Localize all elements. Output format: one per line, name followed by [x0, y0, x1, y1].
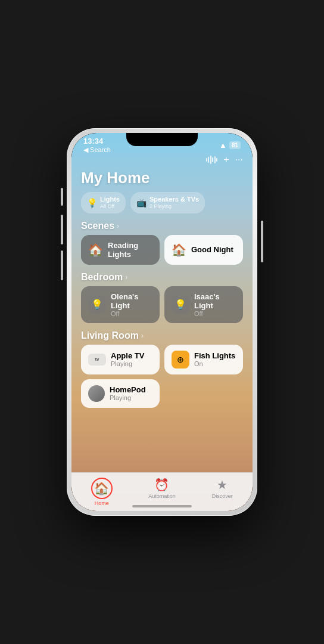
- power-button[interactable]: [261, 221, 263, 262]
- homepod-name: HomePod: [110, 385, 146, 394]
- notch: [126, 133, 198, 146]
- home-tab-label: Home: [95, 500, 109, 506]
- phone-frame: 13:34 ◀ Search ▲ 81: [67, 128, 257, 516]
- tab-automation[interactable]: ⏰ Automation: [132, 478, 192, 499]
- lights-tile-name: Lights: [100, 196, 120, 203]
- fish-lights-icon: ⊕: [172, 351, 189, 369]
- appletv-name: Apple TV: [111, 351, 144, 360]
- tab-discover[interactable]: ★ Discover: [192, 478, 253, 499]
- olenas-light-icon: 💡: [88, 296, 106, 314]
- reading-lights-icon: 🏠: [88, 243, 103, 257]
- add-button[interactable]: +: [223, 154, 229, 165]
- quick-tiles-row: 💡 Lights All Off 📺 Speakers & TVs 2 Play…: [81, 192, 243, 213]
- phone-screen: 13:34 ◀ Search ▲ 81: [71, 133, 253, 511]
- good-night-icon: 🏠: [172, 243, 186, 257]
- livingroom-section-title: Living Room: [81, 330, 139, 341]
- fish-lights-card[interactable]: ⊕ Fish Lights On: [164, 345, 243, 374]
- isaacs-light-icon: 💡: [172, 296, 189, 314]
- speakers-icon: 📺: [136, 198, 147, 208]
- page-title: My Home: [81, 169, 243, 187]
- olenas-light-card[interactable]: 💡 Olena's Light Off: [81, 286, 160, 323]
- waveform-icon[interactable]: [206, 156, 218, 164]
- fish-lights-status: On: [194, 360, 235, 367]
- wifi-icon: ▲: [219, 141, 227, 150]
- status-icons: ▲ 81: [219, 141, 241, 150]
- speakers-tile-status: 2 Playing: [149, 203, 199, 210]
- isaacs-light-name: Isaac's Light: [194, 292, 236, 310]
- appletv-card[interactable]: tv Apple TV Playing: [81, 345, 160, 374]
- homepod-card[interactable]: HomePod Playing: [81, 379, 160, 408]
- bedroom-row: 💡 Olena's Light Off 💡 Isaac's Light Off: [81, 286, 243, 323]
- home-tab-icon: 🏠: [94, 481, 109, 496]
- olenas-light-status: Off: [111, 310, 152, 317]
- scenes-row: 🏠 Reading Lights 🏠 Good Night: [81, 235, 243, 265]
- lights-tile-status: All Off: [100, 203, 120, 210]
- homepod-status: Playing: [110, 394, 146, 401]
- scenes-section-header[interactable]: Scenes ›: [81, 221, 243, 231]
- back-search[interactable]: ◀ Search: [83, 146, 111, 154]
- lights-tile[interactable]: 💡 Lights All Off: [81, 192, 126, 213]
- isaacs-light-status: Off: [194, 310, 236, 317]
- volume-up-button[interactable]: [61, 215, 63, 244]
- scenes-section-title: Scenes: [81, 221, 114, 231]
- isaacs-light-card[interactable]: 💡 Isaac's Light Off: [164, 286, 243, 323]
- appletv-status: Playing: [111, 360, 144, 367]
- fish-lights-name: Fish Lights: [194, 351, 235, 360]
- discover-tab-icon: ★: [217, 478, 228, 492]
- olenas-light-name: Olena's Light: [111, 292, 152, 310]
- reading-lights-name: Reading Lights: [108, 241, 152, 259]
- battery-indicator: 81: [229, 141, 241, 149]
- automation-tab-icon: ⏰: [154, 478, 169, 492]
- good-night-name: Good Night: [191, 245, 233, 254]
- home-indicator: [132, 505, 192, 507]
- tab-home[interactable]: 🏠 Home: [71, 478, 132, 506]
- livingroom-chevron: ›: [141, 332, 144, 340]
- more-button[interactable]: ···: [235, 154, 243, 165]
- home-screen: 13:34 ◀ Search ▲ 81: [71, 133, 253, 511]
- mute-button[interactable]: [61, 188, 63, 206]
- bedroom-section-header[interactable]: Bedroom ›: [81, 272, 243, 283]
- home-active-ring: 🏠: [91, 478, 113, 499]
- bedroom-section-title: Bedroom: [81, 272, 123, 283]
- bedroom-chevron: ›: [125, 273, 127, 281]
- main-content: + ··· My Home 💡 Lights All Off �: [71, 152, 253, 472]
- automation-tab-label: Automation: [148, 493, 176, 499]
- livingroom-section-header[interactable]: Living Room ›: [81, 330, 243, 341]
- tab-bar: 🏠 Home ⏰ Automation ★ Discover: [71, 472, 253, 511]
- toolbar: + ···: [81, 154, 243, 165]
- speakers-tile[interactable]: 📺 Speakers & TVs 2 Playing: [130, 192, 205, 213]
- discover-tab-label: Discover: [212, 493, 233, 499]
- good-night-card[interactable]: 🏠 Good Night: [164, 235, 243, 265]
- reading-lights-card[interactable]: 🏠 Reading Lights: [81, 235, 160, 265]
- scenes-chevron: ›: [117, 222, 119, 230]
- homepod-icon: [88, 385, 105, 402]
- lights-icon: 💡: [87, 198, 97, 208]
- speakers-tile-name: Speakers & TVs: [149, 196, 199, 203]
- status-time: 13:34: [83, 137, 111, 145]
- volume-down-button[interactable]: [61, 250, 63, 280]
- appletv-icon: tv: [88, 354, 106, 366]
- livingroom-row: tv Apple TV Playing ⊕ Fish Lights On: [81, 345, 243, 374]
